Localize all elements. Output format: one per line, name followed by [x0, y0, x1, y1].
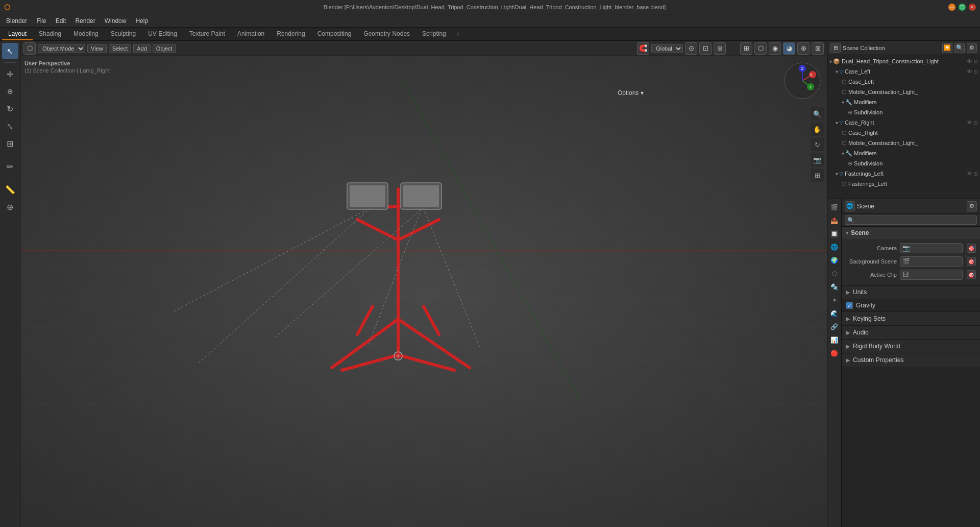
- object-menu[interactable]: Object: [153, 44, 176, 53]
- grab-icon[interactable]: ✋: [811, 123, 824, 136]
- outliner-select-6[interactable]: ⊙: [973, 119, 978, 126]
- tab-shading[interactable]: Shading: [33, 28, 67, 40]
- tab-scripting[interactable]: Scripting: [416, 28, 452, 40]
- transform-select[interactable]: Global: [651, 44, 683, 53]
- tool-rotate[interactable]: ↻: [2, 101, 18, 117]
- gravity-checkbox[interactable]: ✓: [846, 302, 853, 309]
- keying-sets-header[interactable]: ▶ Keying Sets: [842, 312, 980, 325]
- tool-annotate[interactable]: ✏: [2, 158, 18, 175]
- prop-tab-constraints[interactable]: 🔗: [828, 321, 841, 333]
- grid-view-icon[interactable]: ⊞: [811, 169, 824, 182]
- xray-toggle[interactable]: ⊠: [812, 42, 824, 55]
- prop-tab-physics[interactable]: 🌊: [828, 307, 841, 320]
- custom-properties-header[interactable]: ▶ Custom Properties: [842, 353, 980, 367]
- outliner-options[interactable]: ⚙: [967, 43, 977, 53]
- outliner-row-6[interactable]: ▾ ▽ Case_Right 👁 ⊙: [827, 117, 980, 128]
- outliner-row-8[interactable]: ⬡ Mobile_Constraction_Light_: [827, 138, 980, 148]
- outliner-row-9[interactable]: ▾ 🔧 Modifiers: [827, 148, 980, 158]
- bg-scene-pick-button[interactable]: 🎯: [967, 257, 976, 266]
- add-workspace-button[interactable]: +: [452, 28, 464, 40]
- outliner-row-11[interactable]: ▾ ▽ Fasterings_Left 👁 ⊙: [827, 169, 980, 179]
- viewport-canvas[interactable]: Options ▾ User Perspective (1) Scene Col…: [20, 56, 827, 527]
- outliner-arrow-6[interactable]: ▾: [836, 120, 838, 126]
- tab-uv-editing[interactable]: UV Editing: [142, 28, 183, 40]
- tool-transform[interactable]: ⊞: [2, 135, 18, 152]
- outliner-eye-6[interactable]: 👁: [967, 119, 972, 126]
- zoom-in-icon[interactable]: 🔍: [811, 107, 824, 121]
- tab-animation[interactable]: Animation: [231, 28, 271, 40]
- maximize-button[interactable]: ❐: [959, 4, 966, 11]
- select-menu[interactable]: Select: [109, 44, 132, 53]
- menu-render[interactable]: Render: [71, 16, 99, 26]
- outliner-row-12[interactable]: ⬡ Fasterings_Left: [827, 179, 980, 189]
- outliner-select-0[interactable]: ⊙: [973, 58, 978, 65]
- prop-tab-view-layer[interactable]: 🔲: [828, 228, 841, 240]
- outliner-arrow-11[interactable]: ▾: [836, 171, 838, 177]
- active-clip-prop-field[interactable]: 🎞: [900, 270, 963, 280]
- menu-help[interactable]: Help: [131, 16, 152, 26]
- proportional-edit[interactable]: ⊙: [685, 42, 697, 55]
- camera-prop-field[interactable]: 📷: [900, 243, 963, 253]
- scene-section-header[interactable]: ▾ Scene: [842, 227, 980, 239]
- bg-scene-prop-field[interactable]: 🎬: [900, 256, 963, 267]
- viewport-area[interactable]: ⬡ Object Mode View Select Add Object 🧲 G…: [20, 41, 827, 527]
- add-menu[interactable]: Add: [133, 44, 151, 53]
- viewport-shading-solid[interactable]: ⬡: [754, 42, 767, 55]
- snapping[interactable]: ⊛: [714, 42, 726, 55]
- outliner-row-5[interactable]: ⊕ Subdivision: [827, 107, 980, 117]
- tab-geometry-nodes[interactable]: Geometry Nodes: [357, 28, 416, 40]
- tool-measure[interactable]: 📏: [2, 181, 18, 198]
- tab-rendering[interactable]: Rendering: [271, 28, 311, 40]
- transform-pivot[interactable]: ⊡: [699, 42, 712, 55]
- menu-edit[interactable]: Edit: [52, 16, 70, 26]
- view-menu[interactable]: View: [87, 44, 107, 53]
- viewport-shading-wire[interactable]: ⊞: [740, 42, 752, 55]
- tab-modeling[interactable]: Modeling: [67, 28, 105, 40]
- outliner-search[interactable]: 🔍: [954, 43, 965, 53]
- prop-type-icon[interactable]: 🌐: [845, 201, 855, 211]
- outliner-type-button[interactable]: ⊞: [830, 43, 841, 53]
- prop-tab-output[interactable]: 📤: [828, 214, 841, 227]
- viewport-overlay[interactable]: ⊛: [797, 42, 810, 55]
- outliner-eye-11[interactable]: 👁: [967, 171, 972, 177]
- rigid-body-world-header[interactable]: ▶ Rigid Body World: [842, 340, 980, 353]
- outliner-row-0[interactable]: ▾ 📦 Dual_Head_Tripod_Construction_Light …: [827, 56, 980, 66]
- outliner-row-7[interactable]: ⬡ Case_Right: [827, 128, 980, 138]
- menu-window[interactable]: Window: [101, 16, 131, 26]
- outliner-row-4[interactable]: ▾ 🔧 Modifiers: [827, 97, 980, 107]
- outliner-eye-1[interactable]: 👁: [967, 68, 972, 75]
- menu-file[interactable]: File: [32, 16, 50, 26]
- outliner-row-2[interactable]: ⬡ Case_Left: [827, 77, 980, 87]
- close-button[interactable]: ✕: [969, 4, 976, 11]
- tool-add[interactable]: ⊕: [2, 199, 18, 215]
- outliner-row-1[interactable]: ▾ ▽ Case_Left 👁 ⊙: [827, 66, 980, 77]
- prop-tab-data[interactable]: 📊: [828, 334, 841, 346]
- outliner-row-10[interactable]: ⊕ Subdivision: [827, 158, 980, 169]
- tab-layout[interactable]: Layout: [2, 28, 33, 40]
- prop-tab-world[interactable]: 🌍: [828, 254, 841, 267]
- tool-move[interactable]: ⊕: [2, 83, 18, 100]
- menu-blender[interactable]: Blender: [2, 16, 31, 26]
- units-section-header[interactable]: ▶ Units: [842, 285, 980, 299]
- outliner-arrow-4[interactable]: ▾: [842, 100, 844, 105]
- minimize-button[interactable]: —: [948, 4, 955, 11]
- camera-icon[interactable]: 📷: [811, 153, 824, 166]
- tool-select[interactable]: ↖: [2, 43, 18, 59]
- outliner-arrow-9[interactable]: ▾: [842, 151, 844, 156]
- outliner-eye-0[interactable]: 👁: [967, 58, 972, 65]
- audio-header[interactable]: ▶ Audio: [842, 326, 980, 339]
- outliner-arrow-1[interactable]: ▾: [836, 69, 838, 75]
- prop-search-input[interactable]: [845, 215, 977, 225]
- outliner-content[interactable]: ▾ 📦 Dual_Head_Tripod_Construction_Light …: [827, 55, 980, 199]
- snap-button[interactable]: 🧲: [637, 42, 649, 55]
- tab-compositing[interactable]: Compositing: [311, 28, 358, 40]
- viewport-shading-material[interactable]: ◉: [769, 42, 781, 55]
- active-clip-pick-button[interactable]: 🎯: [967, 270, 976, 279]
- outliner-select-1[interactable]: ⊙: [973, 68, 978, 75]
- outliner-row-3[interactable]: ⬡ Mobile_Constraction_Light_: [827, 87, 980, 97]
- outliner-filter[interactable]: 🔽: [942, 43, 952, 53]
- prop-tab-particles[interactable]: ✦: [828, 294, 841, 306]
- editor-type-button[interactable]: ⬡: [23, 42, 36, 55]
- tool-scale[interactable]: ⤡: [2, 118, 18, 134]
- prop-tab-material[interactable]: 🔴: [828, 347, 841, 360]
